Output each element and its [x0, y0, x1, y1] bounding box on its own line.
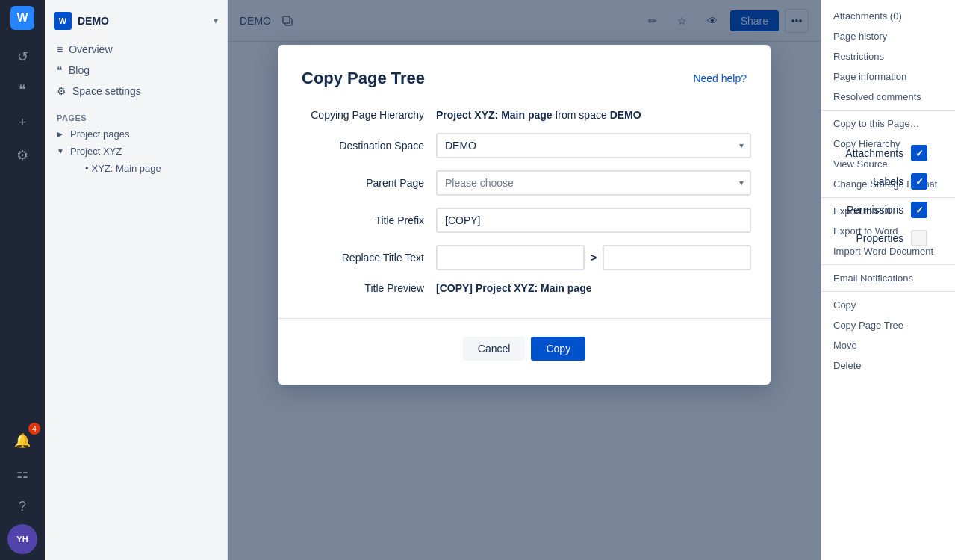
sidebar-item-label: Space settings [72, 85, 141, 97]
parent-page-select-wrapper: Please choose ▾ [436, 170, 751, 196]
labels-row: Labels [763, 173, 927, 190]
attachments-label: Attachments [829, 147, 903, 159]
sidebar-item-label: Overview [69, 43, 112, 55]
blog-icon: ❝ [57, 64, 63, 76]
copy-button[interactable]: Copy [531, 337, 585, 361]
destination-space-select-wrapper: DEMO ▾ [436, 133, 751, 158]
page-label: Project XYZ [70, 146, 122, 157]
chevron-down-icon: ▼ [57, 147, 67, 155]
copying-from-text: from space [555, 109, 609, 121]
replace-arrow-icon: > [591, 252, 597, 264]
sidebar-item-label: Blog [69, 64, 90, 76]
title-preview-row: Title Preview [COPY] Project XYZ: Main p… [302, 282, 751, 294]
right-sidebar-divider-1 [821, 110, 955, 111]
space-name: DEMO [78, 15, 208, 27]
overview-icon: ≡ [57, 43, 63, 55]
add-icon[interactable]: + [7, 108, 37, 137]
main-sidebar: W DEMO ▾ ≡ Overview ❝ Blog ⚙ Space setti… [45, 0, 228, 560]
help-icon[interactable]: ? [7, 491, 37, 521]
properties-label: Properties [829, 232, 903, 244]
sidebar-item-overview[interactable]: ≡ Overview [45, 39, 227, 60]
copying-info: Project XYZ: Main page from space DEMO [436, 109, 641, 121]
right-sidebar-comments[interactable]: Resolved comments [821, 87, 955, 107]
replace-title-label: Replace Title Text [302, 252, 436, 264]
quote-icon[interactable]: ❝ [7, 75, 37, 105]
labels-label: Labels [829, 175, 903, 187]
modal-divider [278, 318, 771, 319]
history-icon[interactable]: ↺ [7, 42, 37, 72]
page-label: XYZ: Main page [92, 163, 161, 174]
copy-page-tree-modal: Copy Page Tree Need help? Copying Page H… [278, 45, 771, 385]
sidebar-nav: ≡ Overview ❝ Blog ⚙ Space settings [45, 36, 227, 105]
properties-row: Properties [763, 230, 927, 246]
copying-space-name: DEMO [610, 109, 641, 121]
right-sidebar-move[interactable]: Move [821, 335, 955, 355]
page-label: Project pages [70, 128, 130, 140]
sidebar-chevron-icon: ▾ [214, 16, 218, 26]
attachments-checkbox[interactable] [911, 145, 927, 161]
destination-space-row: Destination Space DEMO ▾ [302, 133, 751, 158]
content-area: DEMO ✏ ☆ 👁 Share ••• Copy Page Tree Need… [228, 0, 821, 560]
replace-title-row: Replace Title Text > [302, 245, 751, 270]
right-sidebar-restrictions[interactable]: Restrictions [821, 46, 955, 66]
icon-sidebar: W ↺ ❝ + ⚙ 🔔 4 ⚏ ? YH [0, 0, 45, 560]
right-sidebar-history[interactable]: Page history [821, 26, 955, 46]
page-tree-item-xyz-main[interactable]: • XYZ: Main page [45, 160, 227, 177]
title-prefix-input[interactable] [436, 208, 751, 233]
right-sidebar-info[interactable]: Page information [821, 66, 955, 87]
sidebar-item-settings[interactable]: ⚙ Space settings [45, 81, 227, 102]
modal-overlay: Copy Page Tree Need help? Copying Page H… [228, 0, 821, 560]
parent-page-row: Parent Page Please choose ▾ [302, 170, 751, 196]
destination-space-select[interactable]: DEMO [436, 133, 751, 158]
modal-footer: Cancel Copy [302, 331, 747, 361]
attachments-row: Attachments [763, 145, 927, 161]
settings-icon[interactable]: ⚙ [7, 140, 37, 170]
modal-title: Copy Page Tree [302, 69, 425, 88]
chevron-right-icon: ▶ [57, 130, 67, 138]
copying-info-row: Copying Page Hierarchy Project XYZ: Main… [302, 109, 747, 121]
pages-section-label: PAGES [45, 105, 227, 125]
need-help-link[interactable]: Need help? [693, 72, 747, 84]
destination-space-label: Destination Space [302, 140, 436, 152]
right-sidebar-delete[interactable]: Delete [821, 355, 955, 376]
sidebar-item-blog[interactable]: ❝ Blog [45, 60, 227, 81]
labels-checkbox[interactable] [911, 173, 927, 190]
sidebar-header[interactable]: W DEMO ▾ [45, 6, 227, 36]
notifications-container: 🔔 4 [7, 426, 37, 455]
app-logo[interactable]: W [10, 6, 34, 30]
page-tree-item-project-xyz[interactable]: ▼ Project XYZ [45, 143, 227, 160]
cancel-button[interactable]: Cancel [463, 337, 526, 361]
apps-icon[interactable]: ⚏ [7, 458, 37, 488]
parent-page-select[interactable]: Please choose [436, 170, 751, 196]
title-prefix-row: Title Prefix [302, 208, 751, 233]
right-sidebar-copy-page-tree[interactable]: Copy Page Tree [821, 315, 955, 335]
permissions-label: Permissions [829, 204, 903, 216]
settings-nav-icon: ⚙ [57, 85, 66, 97]
parent-page-label: Parent Page [302, 177, 436, 189]
page-tree-item-project-pages[interactable]: ▶ Project pages [45, 125, 227, 143]
permissions-row: Permissions [763, 202, 927, 218]
copying-page-name: Project XYZ: Main page [436, 109, 553, 121]
replace-from-input[interactable] [436, 245, 585, 270]
modal-header: Copy Page Tree Need help? [302, 69, 747, 88]
permissions-checkbox[interactable] [911, 202, 927, 218]
avatar[interactable]: YH [7, 524, 37, 554]
right-sidebar-copy-to-page[interactable]: Copy to this Page… [821, 113, 955, 134]
notification-badge: 4 [28, 423, 40, 435]
right-sidebar-attachments[interactable]: Attachments (0) [821, 6, 955, 26]
title-prefix-label: Title Prefix [302, 214, 436, 226]
space-icon: W [54, 12, 72, 30]
title-preview-label: Title Preview [302, 282, 436, 294]
title-preview-value: [COPY] Project XYZ: Main page [436, 282, 591, 294]
copying-label: Copying Page Hierarchy [302, 109, 436, 121]
properties-checkbox[interactable] [911, 230, 927, 246]
replace-inputs: > [436, 245, 751, 270]
replace-to-input[interactable] [603, 245, 751, 270]
modal-checkboxes: Attachments Labels Permissions Propertie… [763, 133, 927, 306]
